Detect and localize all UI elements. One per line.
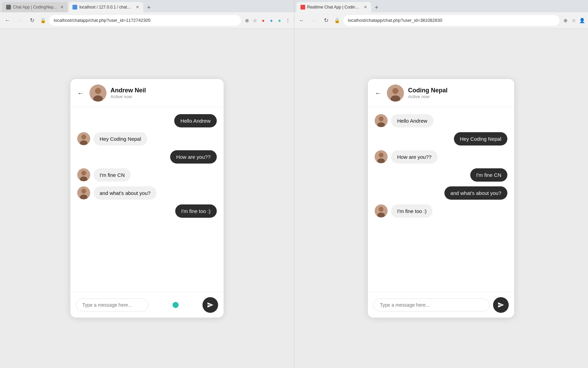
left-bubble-3: How are you?? (170, 150, 217, 164)
ext-icon-1[interactable]: ● (260, 17, 267, 24)
right-send-button[interactable] (493, 297, 509, 313)
left-send-icon (207, 302, 214, 308)
right-chat-header: ← Coding Nepal Active now (368, 79, 514, 107)
right-msg1-avatar (375, 114, 388, 127)
right-msg6-avatar (375, 204, 388, 217)
right-msg-6: I'm fine too :) (375, 204, 507, 218)
left-bubble-1: Hello Andrew (174, 114, 216, 127)
right-bubble-2: Hey Coding Nepal (454, 132, 508, 145)
left-msg-4: I'm fine CN (77, 168, 217, 182)
left-chat-user-info: Andrew Neil Active now (111, 87, 146, 99)
right-address-input[interactable] (343, 15, 560, 26)
right-tab-bar: Realtime Chat App | CodingNep... ✕ + (294, 0, 588, 12)
right-bubble-6: I'm fine too :) (391, 204, 432, 218)
svg-point-10 (81, 189, 86, 194)
lock-icon-right: 🔒 (334, 17, 341, 24)
left-back-button[interactable]: ← (77, 89, 84, 97)
left-msg-6: I'm fine too :) (77, 204, 217, 218)
right-chat-user-name: Coding Nepal (408, 87, 447, 94)
svg-point-16 (379, 117, 383, 121)
zoom-icon-right[interactable]: ⊕ (562, 17, 569, 24)
left-bubble-6: I'm fine too :) (175, 204, 217, 218)
left-toolbar-icons: ⊕ ☆ ● ● ● ⋮ (244, 17, 291, 24)
menu-dots[interactable]: ⋮ (284, 17, 291, 24)
tab2-close[interactable]: ✕ (136, 5, 139, 10)
left-tab-1[interactable]: Chat App | CodingNep... ✕ (2, 2, 68, 12)
left-bubble-2: Hey Coding Nepal (94, 132, 147, 145)
right-msg-2: Hey Coding Nepal (375, 132, 507, 145)
left-msg5-avatar (77, 186, 90, 199)
right-msg-1: Hello Andrew (375, 114, 507, 127)
back-nav-right[interactable]: ← (297, 16, 307, 25)
star-icon[interactable]: ☆ (252, 17, 259, 24)
left-messages-area: Hello Andrew Hey Coding Nepal (70, 107, 224, 292)
right-send-icon (497, 302, 504, 308)
left-chat-avatar (89, 85, 107, 102)
left-msg2-avatar (77, 132, 90, 145)
left-chat-user-status: Active now (111, 94, 146, 99)
right-msg3-avatar (375, 150, 388, 163)
left-input-area (70, 292, 224, 318)
svg-point-22 (379, 207, 383, 212)
ext-icon-3[interactable]: ● (276, 17, 283, 24)
left-chat-user-name: Andrew Neil (111, 87, 146, 94)
right-chat-avatar (387, 85, 404, 102)
left-chat-header: ← Andrew Neil Active now (70, 79, 224, 107)
forward-nav-left[interactable]: → (15, 16, 24, 25)
forward-nav-right[interactable]: → (309, 16, 319, 25)
right-page-content: ← Coding Nepal Active now (294, 29, 588, 368)
ext-icon-2[interactable]: ● (268, 17, 275, 24)
left-msg-3: How are you?? (77, 150, 217, 164)
tab1-title: Chat App | CodingNep... (13, 5, 57, 10)
left-msg-1: Hello Andrew (77, 114, 217, 127)
right-input-area (368, 292, 514, 318)
profile-icon-right[interactable]: 👤 (578, 17, 585, 24)
left-address-input[interactable] (49, 15, 241, 26)
tab2-favicon (72, 5, 77, 10)
right-messages-area: Hello Andrew Hey Coding Nepal (368, 107, 514, 292)
left-bubble-5: and what's about you? (94, 186, 157, 200)
right-toolbar-icons: ⊕ ☆ 👤 (562, 17, 585, 24)
left-tab-2[interactable]: localhost / 127.0.0.1 / chatapp / ✕ (68, 2, 143, 12)
new-tab-left[interactable]: + (144, 3, 153, 12)
right-browser-pane: Realtime Chat App | CodingNep... ✕ + ← →… (294, 0, 588, 368)
back-nav-left[interactable]: ← (3, 16, 12, 25)
left-send-button[interactable] (202, 297, 218, 313)
svg-point-19 (379, 153, 383, 157)
rtab1-close[interactable]: ✕ (364, 5, 367, 10)
right-bubble-3: How are you?? (391, 150, 438, 164)
right-bubble-4: I'm fine CN (470, 168, 508, 182)
tab1-favicon (6, 5, 11, 10)
left-message-input[interactable] (76, 298, 148, 311)
right-address-bar: ← → ↻ 🔒 ⊕ ☆ 👤 (294, 12, 588, 29)
left-cursor-indicator (173, 302, 179, 308)
left-tab-bar: Chat App | CodingNep... ✕ localhost / 12… (0, 0, 294, 12)
zoom-icon[interactable]: ⊕ (244, 17, 250, 24)
lock-icon-left: 🔒 (39, 17, 46, 24)
right-message-input[interactable] (373, 298, 490, 311)
tab2-title: localhost / 127.0.0.1 / chatapp / (79, 5, 132, 10)
right-back-button[interactable]: ← (375, 89, 381, 97)
left-msg-5: and what's about you? (77, 186, 217, 200)
right-bubble-5: and what's about you? (444, 186, 508, 200)
reload-left[interactable]: ↻ (27, 16, 37, 25)
svg-point-4 (81, 135, 86, 139)
left-input-wrapper (76, 298, 199, 311)
reload-right[interactable]: ↻ (322, 16, 331, 25)
rtab1-favicon (300, 5, 305, 10)
left-address-bar: ← → ↻ 🔒 ⊕ ☆ ● ● ● ⋮ (0, 12, 294, 29)
right-msg-5: and what's about you? (375, 186, 507, 200)
left-msg4-avatar (77, 168, 90, 181)
right-tab-1[interactable]: Realtime Chat App | CodingNep... ✕ (296, 2, 371, 12)
svg-point-1 (95, 88, 101, 94)
left-chat-window: ← Andrew Neil Active now (70, 79, 224, 318)
left-bubble-4: I'm fine CN (94, 168, 131, 182)
new-tab-right[interactable]: + (372, 3, 381, 12)
tab1-close[interactable]: ✕ (60, 5, 64, 10)
right-msg-4: I'm fine CN (375, 168, 507, 182)
right-chat-user-status: Active now (408, 94, 447, 99)
right-chat-window: ← Coding Nepal Active now (368, 79, 514, 318)
star-icon-right[interactable]: ☆ (570, 17, 577, 24)
rtab1-title: Realtime Chat App | CodingNep... (307, 5, 360, 10)
left-msg-2: Hey Coding Nepal (77, 132, 217, 145)
